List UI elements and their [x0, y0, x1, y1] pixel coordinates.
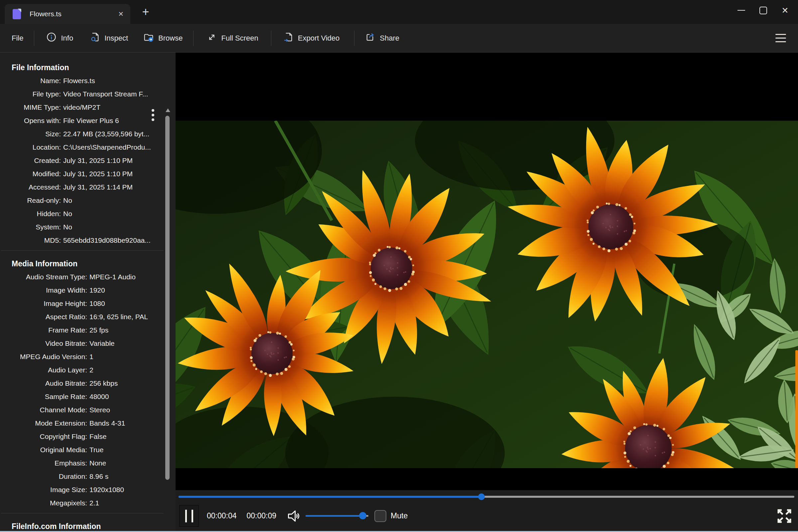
browse-folder-icon	[143, 32, 154, 44]
sidebar-options-kebab-button[interactable]	[152, 109, 154, 121]
mute-checkbox[interactable]	[374, 510, 386, 522]
full-screen-label: Full Screen	[221, 34, 258, 42]
info-button[interactable]: Info	[46, 32, 73, 44]
fileinfo-information-section: FileInfo.com Information	[0, 522, 175, 531]
current-time: 00:00:04	[207, 511, 237, 520]
info-row: Image Width:1920	[0, 284, 175, 297]
full-screen-button[interactable]: Full Screen	[207, 32, 258, 44]
file-menu-label: File	[12, 34, 23, 42]
export-video-button[interactable]: Export Video	[283, 32, 340, 44]
info-row: Created:July 31, 2025 1:10 PM	[0, 154, 175, 167]
pause-icon	[185, 510, 187, 522]
seek-bar-thumb[interactable]	[478, 493, 485, 500]
info-row: Channel Mode:Stereo	[0, 403, 175, 417]
info-label: File type:	[0, 88, 61, 101]
info-value: No	[63, 194, 72, 207]
info-label: Name:	[0, 74, 61, 88]
info-row: Image Height:1080	[0, 297, 175, 310]
volume-slider-fill	[306, 515, 363, 517]
info-row: Video Bitrate:Variable	[0, 337, 175, 350]
info-value: 2	[90, 363, 93, 377]
maximize-button[interactable]	[752, 0, 774, 21]
video-frame[interactable]	[175, 121, 798, 468]
browse-button[interactable]: Browse	[143, 32, 183, 44]
info-label: Audio Bitrate:	[0, 377, 87, 390]
info-value: July 31, 2025 1:14 PM	[63, 180, 133, 194]
info-row: Original Media:True	[0, 443, 175, 457]
info-label: Accessed:	[0, 180, 61, 194]
section-divider	[1, 513, 164, 513]
section-title-fileinfo-information: FileInfo.com Information	[12, 522, 175, 531]
info-row: Location:C:\Users\SharpenedProdu...	[0, 141, 175, 154]
info-value: 1080	[90, 297, 105, 310]
info-label: Info	[61, 34, 73, 42]
section-title-file-information: File Information	[12, 63, 175, 72]
info-icon	[46, 32, 57, 44]
tab-title: Flowers.ts	[30, 10, 61, 18]
browse-label: Browse	[158, 34, 183, 42]
player-fullscreen-button[interactable]	[775, 507, 793, 525]
share-icon	[365, 32, 375, 44]
speaker-icon[interactable]	[286, 508, 301, 524]
minimize-button[interactable]	[730, 0, 752, 21]
file-menu-button[interactable]: File	[12, 34, 23, 42]
info-row: Audio Bitrate:256 kbps	[0, 377, 175, 390]
info-value: 1	[90, 350, 93, 363]
share-button[interactable]: Share	[365, 32, 399, 44]
info-label: Frame Rate:	[0, 324, 87, 337]
scrollbar-thumb[interactable]	[165, 116, 170, 480]
full-screen-arrow-icon	[207, 32, 217, 44]
info-value: 256 kbps	[90, 377, 118, 390]
seek-bar[interactable]	[178, 496, 794, 498]
info-row: MD5:565ebdd319d088be920aa...	[0, 234, 175, 247]
info-row: Frame Rate:25 fps	[0, 324, 175, 337]
info-row: Megapixels:2.1	[0, 496, 175, 510]
pause-button[interactable]	[179, 505, 199, 527]
info-row: Emphasis:None	[0, 457, 175, 470]
media-information-rows: Audio Stream Type:MPEG-1 AudioImage Widt…	[0, 270, 175, 510]
inspect-magnifier-icon	[90, 32, 100, 44]
info-value: 8.96 s	[90, 470, 108, 483]
info-value: 48000	[90, 390, 109, 403]
hamburger-menu-button[interactable]	[775, 34, 786, 42]
volume-slider-thumb[interactable]	[359, 512, 366, 519]
info-label: Location:	[0, 141, 61, 154]
total-time: 00:00:09	[247, 511, 277, 520]
info-label: Image Size:	[0, 483, 87, 496]
info-label: Duration:	[0, 470, 87, 483]
info-row: Name:Flowers.ts	[0, 74, 175, 88]
info-value: MPEG-1 Audio	[90, 270, 136, 284]
info-value: 2.1	[90, 496, 99, 510]
info-label: Emphasis:	[0, 457, 87, 470]
scrollbar-up-arrow[interactable]	[166, 108, 170, 112]
info-sidebar: File Information Name:Flowers.tsFile typ…	[0, 53, 175, 532]
info-value: C:\Users\SharpenedProdu...	[63, 141, 151, 154]
volume-slider[interactable]	[306, 515, 368, 517]
info-row: MIME Type:video/MP2T	[0, 101, 175, 114]
window-controls: ✕	[730, 0, 796, 21]
close-button[interactable]: ✕	[774, 0, 796, 21]
tab-flowers[interactable]: Flowers.ts ✕	[5, 4, 130, 24]
flower-video-still	[175, 121, 798, 468]
file-information-section: File Information Name:Flowers.tsFile typ…	[0, 63, 175, 251]
toolbar-divider	[354, 31, 355, 46]
info-row: Image Size:1920x1080	[0, 483, 175, 496]
info-label: Copyright Flag:	[0, 430, 87, 443]
info-row: Copyright Flag:False	[0, 430, 175, 443]
new-tab-button[interactable]: +	[138, 3, 153, 21]
section-divider	[1, 250, 164, 251]
info-value: Flowers.ts	[63, 74, 95, 88]
info-value: None	[90, 457, 106, 470]
info-row: File type:Video Transport Stream F...	[0, 88, 175, 101]
info-row: Audio Layer:2	[0, 363, 175, 377]
hamburger-icon	[775, 34, 786, 35]
info-label: Sample Rate:	[0, 390, 87, 403]
info-value: Variable	[90, 337, 115, 350]
share-label: Share	[380, 34, 399, 42]
mute-label[interactable]: Mute	[391, 511, 407, 520]
info-value: True	[90, 443, 103, 457]
inspect-button[interactable]: Inspect	[90, 32, 128, 44]
toolbar-divider	[193, 31, 193, 46]
info-value: July 31, 2025 1:10 PM	[63, 167, 133, 180]
tab-close-icon[interactable]: ✕	[118, 4, 124, 24]
